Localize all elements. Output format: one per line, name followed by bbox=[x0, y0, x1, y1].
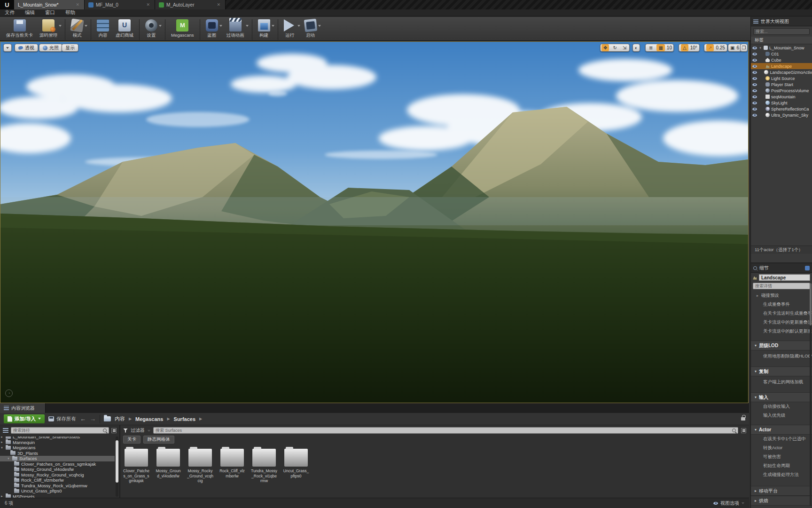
outliner-row-spherereflection[interactable]: SphereReflectionCa bbox=[751, 106, 812, 112]
source-control-button[interactable]: 源码管理 bbox=[36, 18, 61, 40]
viewport-options-button[interactable] bbox=[3, 44, 12, 52]
property-can-be-damaged[interactable]: 可被伤害 bbox=[751, 452, 812, 461]
modes-button[interactable]: 模式 bbox=[68, 18, 86, 40]
eye-icon[interactable] bbox=[752, 95, 757, 98]
details-tab[interactable]: 细节 bbox=[751, 263, 812, 273]
add-import-button[interactable]: 添加/导入 bbox=[4, 414, 45, 423]
outliner-row-sequence[interactable]: seqMountain bbox=[751, 94, 812, 100]
menu-file[interactable]: 文件 bbox=[5, 9, 15, 16]
section-actor[interactable]: ▾ Actor bbox=[751, 425, 812, 435]
outliner-row-level[interactable]: ▾ L_Mountain_Snow bbox=[751, 45, 812, 51]
property-generate-overlap-events[interactable]: 生成重叠事件 bbox=[751, 300, 812, 309]
scale-snap-toggle[interactable]: ↗ bbox=[706, 44, 714, 51]
outliner-row-lightsource[interactable]: Light Source bbox=[751, 75, 812, 81]
scale-tool-button[interactable]: ⇲ bbox=[621, 44, 628, 51]
tree-item-mossy-rocky[interactable]: Mossy_Rocky_Ground_vcqhcig bbox=[0, 472, 115, 478]
tree-item-clover[interactable]: Clover_Patches_on_Grass_sgmkajak bbox=[0, 461, 115, 467]
grid-snap-toggle[interactable]: ▦ bbox=[656, 44, 664, 51]
section-cooking[interactable]: ▸ 烘焙 bbox=[751, 496, 812, 506]
save-level-button[interactable]: 保存当前关卡 bbox=[3, 18, 36, 40]
view-options-button[interactable]: 视图选项 bbox=[713, 500, 744, 507]
outliner-row-playerstart[interactable]: Player Start bbox=[751, 81, 812, 87]
level-viewport[interactable]: 透视 光照 显示 ✥ ↻ ⇲ ◐ ≣ ▦ 10 △ 10° ↗ 0.25 bbox=[0, 41, 749, 403]
camera-speed-value[interactable]: 6 bbox=[736, 45, 739, 50]
scale-snap-value[interactable]: 0.25 bbox=[716, 45, 725, 50]
tree-item-3dplants[interactable]: 3D_Plants bbox=[0, 451, 115, 456]
path-search-input[interactable]: 搜索路径 bbox=[11, 427, 109, 434]
property-hlod-vertices[interactable]: 使用地形剔除隐藏HLODVertice bbox=[751, 350, 812, 362]
property-convert-actor[interactable]: 转换Actor bbox=[751, 444, 812, 452]
world-local-toggle[interactable]: ◐ bbox=[632, 44, 640, 52]
section-input[interactable]: ▾ 输入 bbox=[751, 392, 812, 402]
chevron-expanded-icon[interactable]: ▾ bbox=[758, 46, 762, 50]
property-initial-lifespan[interactable]: 初始生命周期 bbox=[751, 461, 812, 470]
tree-item-mspresets[interactable]: ▸ MSPresets bbox=[0, 494, 115, 498]
megascans-button[interactable]: Megascans bbox=[168, 18, 197, 39]
list-view-icon[interactable] bbox=[111, 428, 117, 433]
chevron-right-icon[interactable]: ▸ bbox=[757, 294, 758, 298]
filter-button[interactable]: 过滤器 bbox=[131, 427, 145, 434]
eye-icon[interactable] bbox=[752, 47, 757, 49]
grid-snap-value[interactable]: 10 bbox=[667, 45, 672, 50]
menu-help[interactable]: 帮助 bbox=[65, 9, 75, 16]
tab-material[interactable]: M_AutoLayer ✕ bbox=[155, 0, 226, 9]
details-search-input[interactable]: 搜索详情 bbox=[753, 283, 810, 289]
tree-item-tundra[interactable]: Tundra_Mossy_Rock_vi1qbermw bbox=[0, 483, 115, 489]
eye-icon[interactable] bbox=[752, 108, 757, 111]
chevron-down-icon[interactable] bbox=[85, 25, 87, 28]
back-button[interactable]: ← bbox=[80, 415, 86, 422]
asset-folder-rock-cliff[interactable]: Rock_Cliff_vlzmberlw bbox=[219, 446, 245, 498]
perspective-button[interactable]: 透视 bbox=[15, 44, 38, 52]
property-default-update-overlaps[interactable]: 关卡流送中的默认更新重叠法 bbox=[751, 327, 812, 336]
tree-item-mossy-ground[interactable]: Mossy_Ground_vl4odesfw bbox=[0, 467, 115, 472]
settings-button[interactable]: 设置 bbox=[142, 18, 161, 40]
build-button[interactable]: 构建 bbox=[255, 18, 273, 40]
tree-item-mannequin[interactable]: ▸ Mannequin bbox=[0, 440, 115, 445]
maximize-viewport-button[interactable]: ❐ bbox=[740, 44, 748, 52]
asset-folder-mossy-rocky[interactable]: Mossy_Rocky_Ground_vcqhcig bbox=[187, 446, 213, 498]
asset-folder-clover[interactable]: Clover_Patches_on_Grass_sgmkajak bbox=[123, 446, 149, 498]
section-mobile[interactable]: ▸ 移动平台 bbox=[751, 486, 812, 496]
eye-icon[interactable] bbox=[752, 89, 757, 92]
menu-edit[interactable]: 编辑 bbox=[25, 9, 35, 16]
launch-button[interactable]: 启动 bbox=[301, 18, 320, 40]
eye-icon[interactable] bbox=[752, 83, 757, 86]
outliner-row-landscape-selected[interactable]: Landscape bbox=[751, 63, 812, 69]
chevron-down-icon[interactable] bbox=[59, 25, 62, 28]
outliner-row-landscapegizmo[interactable]: LandscapeGizmoActiv bbox=[751, 69, 812, 75]
content-button[interactable]: 内容 bbox=[94, 18, 112, 40]
property-collision-presets[interactable]: ▸ 碰撞预设 bbox=[751, 291, 812, 300]
tab-level[interactable]: L_Mountain_Snow* ✕ bbox=[14, 0, 85, 9]
play-button[interactable]: 运行 bbox=[281, 18, 299, 40]
outliner-row-postprocess[interactable]: PostProcessVolume bbox=[751, 87, 812, 94]
save-search-icon[interactable] bbox=[741, 428, 746, 433]
close-icon[interactable]: ✕ bbox=[217, 2, 220, 7]
outliner-row-camera[interactable]: C01 bbox=[751, 51, 812, 57]
blueprints-button[interactable]: 蓝图 bbox=[203, 18, 221, 40]
filter-chip-staticmesh[interactable]: 静态网格体 bbox=[143, 436, 174, 444]
eye-icon[interactable] bbox=[752, 71, 757, 74]
marketplace-button[interactable]: 虚幻商城 bbox=[112, 18, 137, 40]
forward-button[interactable]: → bbox=[90, 415, 96, 422]
tree-item-megascans[interactable]: ▾ Megascans bbox=[0, 445, 115, 451]
section-replication[interactable]: ▾ 复制 bbox=[751, 366, 812, 376]
asset-folder-uncut-grass[interactable]: Uncut_Grass_pftps0 bbox=[283, 446, 309, 498]
eye-icon[interactable] bbox=[752, 77, 757, 80]
close-icon[interactable]: ✕ bbox=[146, 2, 150, 7]
chevron-down-icon[interactable] bbox=[318, 25, 321, 28]
world-outliner-tab[interactable]: 世界大纲视图 bbox=[751, 17, 812, 26]
panel-options-icon[interactable] bbox=[805, 266, 810, 270]
asset-folder-mossy-ground[interactable]: Mossy_Ground_vl4odesfw bbox=[155, 446, 181, 498]
section-hlod[interactable]: ▾ 层级LOD bbox=[751, 341, 812, 350]
breadcrumb-content[interactable]: 内容 bbox=[115, 415, 125, 422]
eye-icon[interactable] bbox=[752, 59, 757, 62]
filter-chip-level[interactable]: 关卡 bbox=[123, 436, 141, 444]
eye-icon[interactable] bbox=[752, 102, 757, 104]
asset-folder-tundra[interactable]: Tundra_Mossy_Rock_vi1qbermw bbox=[251, 446, 277, 498]
outliner-row-dynamicsky[interactable]: Ultra_Dynamic_Sky bbox=[751, 112, 812, 118]
eye-icon[interactable] bbox=[752, 114, 757, 117]
tree-item-rock-cliff[interactable]: Rock_Cliff_vlzmberlw bbox=[0, 477, 115, 483]
sources-toggle-icon[interactable] bbox=[3, 428, 8, 433]
property-selected-in-level[interactable]: 在该关卡中1个已选中 bbox=[751, 435, 812, 444]
rotation-snap-toggle[interactable]: △ bbox=[681, 44, 688, 51]
